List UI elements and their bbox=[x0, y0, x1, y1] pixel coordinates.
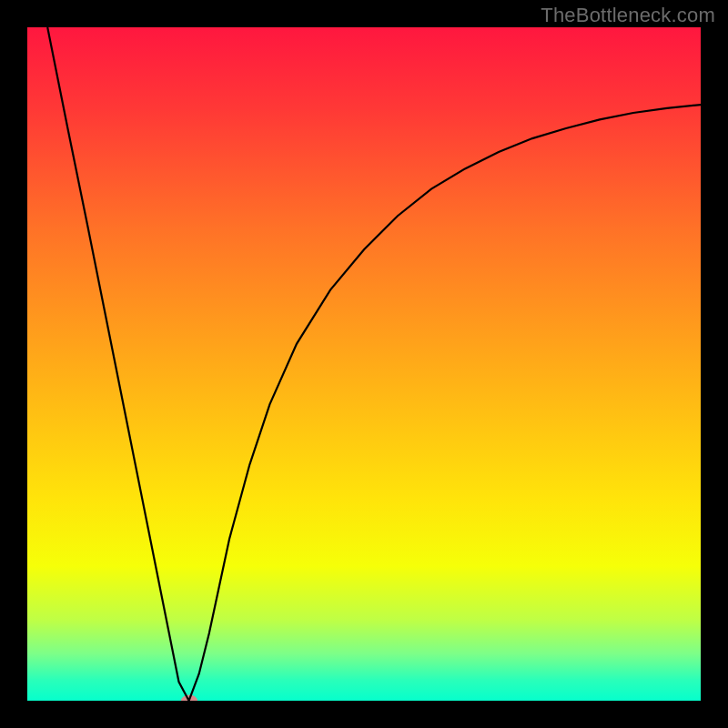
chart-frame: TheBottleneck.com bbox=[0, 0, 728, 728]
curve-layer bbox=[27, 27, 701, 701]
watermark-text: TheBottleneck.com bbox=[541, 4, 715, 27]
plot-area bbox=[27, 27, 701, 701]
bottleneck-curve bbox=[47, 27, 701, 701]
